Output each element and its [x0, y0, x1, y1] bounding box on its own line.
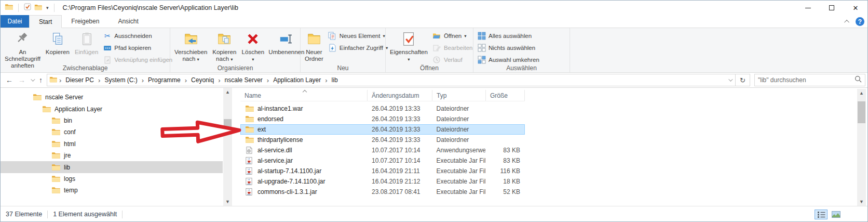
address-box[interactable]: › Dieser PC › System (C:) › Programme › … [47, 74, 736, 86]
paste-button: Einfügen [72, 29, 101, 69]
properties-button[interactable]: Eigenschaften▾ [387, 29, 430, 65]
select-all-button[interactable]: Alles auswählen [475, 31, 541, 41]
cut-button[interactable]: ✂ Ausschneiden [101, 31, 174, 41]
file-name: endorsed [257, 115, 283, 123]
address-bar: ← → ↑ › Dieser PC › System (C:) › Progra… [1, 73, 867, 88]
file-row-thirdpartylicense[interactable]: thirdpartylicense 26.04.2019 13:33 Datei… [240, 135, 525, 145]
file-row-al-upgrade-jar[interactable]: al-upgrade-7.14.1100.jar 16.04.2019 21:1… [240, 176, 525, 187]
file-name: thirdpartylicense [257, 136, 303, 143]
breadcrumb-programme[interactable]: Programme [145, 76, 184, 84]
collapse-ribbon-icon[interactable] [844, 20, 849, 25]
up-icon[interactable]: ↑ [39, 76, 43, 84]
tree-item-logs[interactable]: logs [1, 173, 223, 185]
close-button[interactable]: ✕ [844, 1, 867, 15]
window-title-path: C:\Program Files\Ceyoniq\nscale Server\A… [63, 4, 238, 11]
file-row-al-service-jar[interactable]: al-service.jar 10.07.2017 10:14 Executab… [240, 155, 525, 166]
file-row-al-startup-jar[interactable]: al-startup-7.14.1100.jar 16.04.2019 21:1… [240, 166, 525, 176]
tab-view[interactable]: Ansicht [108, 15, 147, 28]
maximize-button[interactable] [820, 1, 844, 15]
ribbon-tab-bar: Datei Start Freigeben Ansicht ? [1, 15, 867, 28]
breadcrumb-nscale-server[interactable]: nscale Server [221, 76, 265, 84]
select-all-icon [477, 32, 486, 41]
file-type: Anwendungserwe... [432, 146, 486, 155]
explorer-window: ▾ C:\Program Files\Ceyoniq\nscale Server… [0, 0, 868, 222]
titlebar-separator [54, 4, 55, 12]
ribbon-group-select: Alles auswählen Nichts auswählen Auswahl… [473, 28, 569, 72]
tree-item-html[interactable]: html [1, 138, 223, 150]
column-header-date[interactable]: Änderungsdatum [368, 90, 432, 101]
recent-locations-icon[interactable] [31, 77, 35, 81]
tree-scrollbar[interactable]: ▲ ▼ [223, 88, 232, 206]
select-none-button[interactable]: Nichts auswählen [475, 43, 541, 53]
file-row-commons-cli-jar[interactable]: commons-cli-1.3.1.jar 23.08.2017 08:41 E… [240, 187, 525, 197]
dropdown-icon: ▾ [197, 57, 199, 62]
search-icon[interactable] [855, 75, 862, 85]
folder-icon [51, 128, 61, 136]
tab-file[interactable]: Datei [1, 15, 29, 28]
title-bar: ▾ C:\Program Files\Ceyoniq\nscale Server… [1, 1, 867, 15]
invert-selection-icon [477, 56, 486, 64]
address-folder-icon [49, 75, 57, 85]
file-row-al-service-dll[interactable]: al-service.dll 10.07.2017 10:14 Anwendun… [240, 145, 525, 155]
pin-to-quick-access-button[interactable]: An Schnellzugriff anheften [2, 29, 43, 69]
refresh-button[interactable]: ↻ [736, 74, 750, 86]
file-type: Executable Jar File [432, 177, 486, 186]
help-icon[interactable]: ? [856, 17, 864, 26]
search-input[interactable] [755, 76, 847, 84]
scrollbar-thumb[interactable] [858, 101, 865, 123]
tree-item-conf[interactable]: conf [1, 126, 223, 138]
easy-access-button[interactable]: Einfacher Zugriff ▾ [326, 43, 390, 53]
copy-to-button[interactable]: Kopieren nach ▾ [210, 29, 239, 64]
file-row-al-instance1-war[interactable]: al-instance1.war 26.04.2019 13:33 Dateio… [240, 103, 525, 114]
tree-item-nscale-server[interactable]: nscale Server [1, 92, 223, 103]
list-scrollbar[interactable]: ▲ ▼ [857, 89, 866, 206]
thumbnails-view-button[interactable] [830, 210, 843, 219]
file-size [485, 104, 524, 113]
tab-start[interactable]: Start [29, 15, 62, 28]
move-to-button[interactable]: Verschieben nach ▾ [172, 29, 210, 64]
qat-properties-icon[interactable] [24, 3, 31, 12]
file-type: Executable Jar File [432, 187, 486, 197]
breadcrumb-system-c[interactable]: System (C:) [101, 76, 140, 84]
tree-item-bin[interactable]: bin [1, 115, 223, 126]
scroll-down-icon[interactable]: ▼ [225, 198, 230, 206]
new-item-button[interactable]: Neues Element ▾ [326, 31, 390, 41]
scroll-up-icon[interactable]: ▲ [859, 89, 864, 97]
copy-path-button[interactable]: Pfad kopieren [101, 43, 174, 53]
tree-item-temp[interactable]: temp [1, 185, 223, 196]
open-button[interactable]: Öffnen ▾ [430, 31, 475, 41]
tree-item-label: logs [64, 175, 75, 182]
breadcrumb-separator: › [267, 76, 269, 84]
breadcrumb-dieser-pc[interactable]: Dieser PC [62, 76, 97, 84]
tree-item-application-layer[interactable]: Application Layer [1, 103, 223, 114]
tree-item-lib[interactable]: lib [1, 161, 223, 173]
tree-item-label: bin [64, 117, 72, 124]
scrollbar-thumb[interactable] [224, 119, 232, 135]
delete-button[interactable]: Löschen▾ [240, 29, 266, 64]
file-name: al-service.jar [257, 157, 293, 164]
column-header-type[interactable]: Typ [432, 90, 486, 101]
file-row-endorsed[interactable]: endorsed 26.04.2019 13:33 Dateiordner [240, 114, 525, 124]
back-icon[interactable]: ← [6, 76, 13, 84]
file-name: al-upgrade-7.14.1100.jar [257, 178, 326, 185]
minimize-button[interactable] [796, 1, 820, 15]
breadcrumb-application-layer[interactable]: Application Layer [270, 76, 324, 84]
qat-new-folder-icon[interactable] [34, 3, 42, 12]
details-view-button[interactable] [815, 210, 828, 219]
file-row-ext[interactable]: ext 26.04.2019 13:33 Dateiordner [240, 124, 525, 135]
copy-button[interactable]: Kopieren [43, 29, 72, 69]
address-dropdown-icon[interactable] [728, 77, 733, 81]
new-folder-button[interactable]: Neuer Ordner [302, 29, 326, 64]
qat-customize-dropdown-icon[interactable]: ▾ [46, 5, 49, 10]
tab-share[interactable]: Freigeben [62, 15, 108, 28]
button-label: Eigenschaften [390, 49, 428, 55]
ribbon-group-clipboard: An Schnellzugriff anheften Kopieren Einf… [1, 28, 170, 72]
tree-item-jre[interactable]: jre [1, 150, 223, 161]
scroll-up-icon[interactable]: ▲ [225, 88, 230, 96]
scroll-down-icon[interactable]: ▼ [859, 198, 864, 206]
breadcrumb-ceyoniq[interactable]: Ceyoniq [188, 76, 217, 84]
file-size [485, 135, 524, 145]
invert-selection-button[interactable]: Auswahl umkehren [475, 55, 541, 65]
breadcrumb-lib[interactable]: lib [329, 76, 341, 84]
column-header-size[interactable]: Größe [486, 90, 525, 101]
